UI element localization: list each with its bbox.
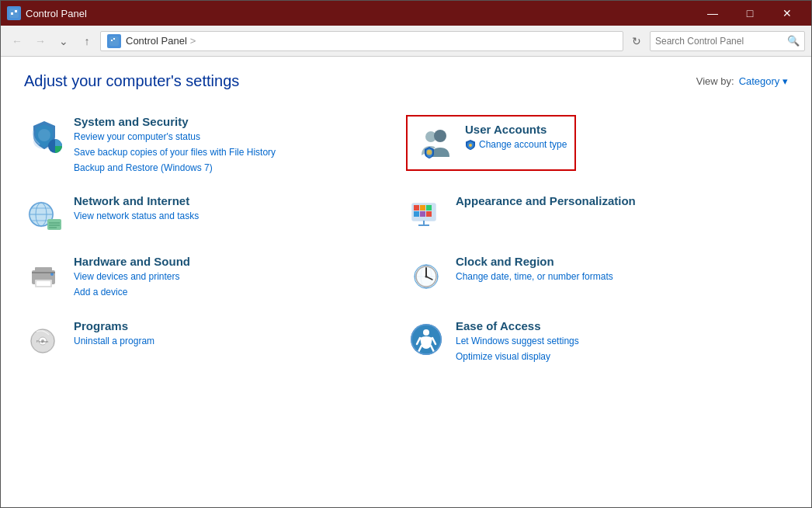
svg-rect-38 bbox=[32, 272, 55, 273]
title-bar: Control Panel — □ ✕ bbox=[1, 1, 811, 26]
svg-rect-27 bbox=[426, 205, 432, 211]
programs-icon: Program bbox=[24, 319, 64, 360]
viewby-label: View by: bbox=[696, 75, 734, 87]
system-security-item: System and Security Review your computer… bbox=[24, 109, 406, 180]
user-accounts-text: User Accounts Change account type bbox=[465, 123, 567, 151]
network-status-link[interactable]: View network status and tasks bbox=[74, 210, 199, 223]
appearance-icon bbox=[406, 194, 446, 235]
items-grid: System and Security Review your computer… bbox=[24, 109, 788, 370]
viewby-dropdown[interactable]: Category ▾ bbox=[739, 75, 788, 87]
page-title: Adjust your computer's settings bbox=[24, 72, 239, 90]
shield-badge-icon bbox=[465, 139, 476, 150]
system-backup-link[interactable]: Save backup copies of your files with Fi… bbox=[74, 146, 276, 159]
network-internet-title[interactable]: Network and Internet bbox=[74, 194, 199, 207]
ease-suggest-link[interactable]: Let Windows suggest settings bbox=[456, 335, 579, 348]
svg-point-56 bbox=[423, 329, 429, 336]
system-review-link[interactable]: Review your computer's status bbox=[74, 130, 276, 144]
hardware-sound-title[interactable]: Hardware and Sound bbox=[74, 255, 190, 268]
view-by-section: View by: Category ▾ bbox=[696, 75, 788, 87]
svg-rect-5 bbox=[113, 38, 115, 40]
svg-text:Program: Program bbox=[36, 339, 49, 343]
recent-button[interactable]: ⌄ bbox=[54, 31, 74, 51]
ease-access-item: Ease of Access Let Windows suggest setti… bbox=[406, 313, 788, 370]
search-icon[interactable]: 🔍 bbox=[787, 35, 800, 47]
add-device-link[interactable]: Add a device bbox=[74, 286, 190, 299]
window-icon bbox=[7, 6, 21, 20]
ease-visual-link[interactable]: Optimize visual display bbox=[456, 350, 579, 364]
svg-rect-2 bbox=[15, 10, 17, 12]
svg-point-11 bbox=[427, 150, 432, 155]
svg-rect-25 bbox=[414, 205, 419, 211]
change-account-link[interactable]: Change account type bbox=[479, 138, 567, 151]
appearance-text: Appearance and Personalization bbox=[456, 194, 636, 207]
svg-rect-28 bbox=[414, 211, 419, 217]
svg-point-12 bbox=[469, 144, 472, 147]
system-restore-link[interactable]: Backup and Restore (Windows 7) bbox=[74, 162, 276, 175]
svg-point-7 bbox=[38, 129, 50, 141]
svg-rect-3 bbox=[109, 37, 119, 46]
control-panel-window: Control Panel — □ ✕ ← → ⌄ ↑ Control Pane… bbox=[0, 0, 812, 508]
programs-title[interactable]: Programs bbox=[74, 319, 154, 332]
back-button[interactable]: ← bbox=[7, 31, 27, 51]
hardware-sound-text: Hardware and Sound View devices and prin… bbox=[74, 255, 190, 299]
appearance-title[interactable]: Appearance and Personalization bbox=[456, 194, 636, 207]
search-input[interactable] bbox=[655, 36, 787, 47]
address-bar: ← → ⌄ ↑ Control Panel > ↻ 🔍 bbox=[1, 26, 811, 57]
user-accounts-icon bbox=[415, 123, 456, 163]
network-internet-item: Network and Internet View network status… bbox=[24, 188, 406, 241]
clock-region-icon bbox=[406, 255, 446, 295]
address-path[interactable]: Control Panel > bbox=[100, 31, 623, 51]
ease-access-text: Ease of Access Let Windows suggest setti… bbox=[456, 319, 579, 364]
minimize-button[interactable]: — bbox=[695, 1, 730, 26]
clock-region-item: Clock and Region Change date, time, or n… bbox=[406, 249, 788, 305]
up-button[interactable]: ↑ bbox=[77, 31, 97, 51]
search-box: 🔍 bbox=[650, 31, 805, 51]
user-accounts-item: User Accounts Change account type bbox=[406, 109, 788, 180]
clock-region-text: Clock and Region Change date, time, or n… bbox=[456, 255, 613, 284]
svg-rect-30 bbox=[426, 211, 432, 217]
system-security-title[interactable]: System and Security bbox=[74, 115, 276, 128]
network-internet-text: Network and Internet View network status… bbox=[74, 194, 199, 223]
programs-item: Program Programs Uninstall a program bbox=[24, 313, 406, 370]
appearance-item: Appearance and Personalization bbox=[406, 188, 788, 241]
programs-text: Programs Uninstall a program bbox=[74, 319, 154, 348]
svg-rect-0 bbox=[9, 9, 19, 18]
content-header: Adjust your computer's settings View by:… bbox=[24, 72, 788, 90]
ease-access-icon bbox=[406, 319, 446, 360]
path-arrow: > bbox=[190, 35, 196, 47]
ease-access-title[interactable]: Ease of Access bbox=[456, 319, 579, 332]
uninstall-link[interactable]: Uninstall a program bbox=[74, 335, 154, 348]
svg-rect-36 bbox=[36, 281, 50, 286]
clock-region-title[interactable]: Clock and Region bbox=[456, 255, 613, 268]
svg-rect-26 bbox=[420, 205, 425, 211]
hardware-sound-icon bbox=[24, 255, 64, 295]
svg-rect-4 bbox=[111, 40, 113, 41]
user-accounts-title[interactable]: User Accounts bbox=[465, 123, 567, 136]
close-button[interactable]: ✕ bbox=[769, 1, 805, 26]
refresh-button[interactable]: ↻ bbox=[626, 31, 647, 51]
path-text: Control Panel bbox=[126, 35, 187, 47]
path-icon bbox=[107, 34, 121, 48]
system-security-text: System and Security Review your computer… bbox=[74, 115, 276, 174]
window-title: Control Panel bbox=[26, 8, 695, 19]
network-internet-icon bbox=[24, 194, 64, 235]
svg-point-47 bbox=[425, 276, 428, 278]
forward-button[interactable]: → bbox=[30, 31, 50, 51]
devices-printers-link[interactable]: View devices and printers bbox=[74, 270, 190, 284]
system-security-icon bbox=[24, 115, 64, 155]
svg-point-10 bbox=[434, 130, 446, 142]
restore-button[interactable]: □ bbox=[732, 1, 768, 26]
svg-rect-29 bbox=[420, 211, 425, 217]
clock-date-link[interactable]: Change date, time, or number formats bbox=[456, 270, 613, 284]
window-controls: — □ ✕ bbox=[695, 1, 805, 26]
svg-rect-1 bbox=[11, 12, 13, 15]
content-area: Adjust your computer's settings View by:… bbox=[1, 57, 811, 507]
hardware-sound-item: Hardware and Sound View devices and prin… bbox=[24, 249, 406, 305]
svg-rect-20 bbox=[47, 219, 61, 230]
